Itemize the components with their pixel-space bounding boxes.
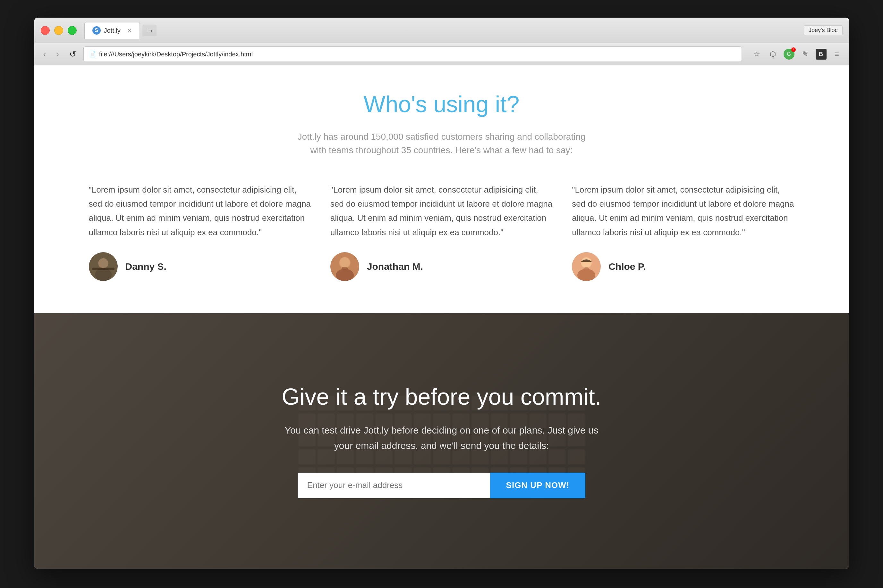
address-bar[interactable]: 📄 file:///Users/joeykirk/Desktop/Project… bbox=[83, 46, 742, 62]
cta-content: Give it a try before you commit. You can… bbox=[217, 384, 666, 498]
svg-point-4 bbox=[98, 258, 108, 268]
active-tab[interactable]: S Jott.ly ✕ bbox=[84, 22, 140, 39]
tab-title: Jott.ly bbox=[104, 27, 120, 34]
svg-point-15 bbox=[584, 267, 589, 269]
email-form: SIGN UP NOW! bbox=[217, 472, 666, 498]
testimonial-item: "Lorem ipsum dolor sit amet, consectetur… bbox=[572, 183, 794, 281]
extensions-icon[interactable]: ⬡ bbox=[767, 49, 778, 60]
author-name: Jonathan M. bbox=[367, 261, 423, 272]
minimize-button[interactable] bbox=[54, 26, 63, 35]
menu-icon[interactable]: ≡ bbox=[832, 49, 842, 60]
blocknote-icon[interactable]: B bbox=[816, 49, 827, 60]
signup-button[interactable]: SIGN UP NOW! bbox=[490, 472, 586, 498]
file-icon: 📄 bbox=[89, 51, 96, 58]
new-tab-button[interactable]: ▭ bbox=[142, 25, 156, 36]
testimonial-author: Chloe P. bbox=[572, 252, 794, 281]
back-button[interactable]: ‹ bbox=[41, 48, 49, 60]
author-name: Chloe P. bbox=[608, 261, 646, 272]
testimonials-section: Who's using it? Jott.ly has around 150,0… bbox=[34, 65, 849, 313]
address-text: file:///Users/joeykirk/Desktop/Projects/… bbox=[99, 51, 253, 58]
svg-point-5 bbox=[101, 268, 106, 270]
maximize-button[interactable] bbox=[68, 26, 77, 35]
testimonials-grid: "Lorem ipsum dolor sit amet, consectetur… bbox=[89, 183, 794, 281]
browser-window: S Jott.ly ✕ ▭ Joey's Bloc ‹ › ↺ 📄 file:/… bbox=[34, 18, 849, 569]
tab-close-button[interactable]: ✕ bbox=[127, 27, 132, 34]
close-button[interactable] bbox=[41, 26, 50, 35]
svg-point-10 bbox=[341, 267, 348, 270]
testimonial-author: Jonathan M. bbox=[330, 252, 553, 281]
browser-titlebar: S Jott.ly ✕ ▭ Joey's Bloc bbox=[34, 18, 849, 43]
tab-bar: S Jott.ly ✕ ▭ bbox=[84, 22, 156, 39]
svg-point-14 bbox=[582, 258, 591, 267]
testimonial-quote: "Lorem ipsum dolor sit amet, consectetur… bbox=[330, 183, 553, 239]
svg-point-9 bbox=[340, 257, 350, 268]
edit-icon[interactable]: ✎ bbox=[800, 49, 811, 60]
avatar bbox=[572, 252, 601, 281]
testimonial-quote: "Lorem ipsum dolor sit amet, consectetur… bbox=[572, 183, 794, 239]
browser-content: Who's using it? Jott.ly has around 150,0… bbox=[34, 65, 849, 569]
badge: ! bbox=[791, 47, 796, 52]
testimonials-title: Who's using it? bbox=[73, 91, 811, 117]
browser-toolbar-right: ☆ ⬡ G ! ✎ B ≡ bbox=[752, 49, 842, 60]
testimonial-author: Danny S. bbox=[89, 252, 311, 281]
avatar bbox=[89, 252, 118, 281]
testimonials-subtitle: Jott.ly has around 150,000 satisfied cus… bbox=[297, 130, 586, 157]
nav-buttons: ‹ › ↺ bbox=[41, 48, 79, 60]
grammarly-icon[interactable]: G ! bbox=[784, 49, 794, 60]
email-input[interactable] bbox=[298, 472, 490, 498]
avatar bbox=[330, 252, 359, 281]
refresh-button[interactable]: ↺ bbox=[67, 48, 79, 60]
traffic-lights bbox=[41, 26, 77, 35]
cta-section: Give it a try before you commit. You can… bbox=[34, 313, 849, 569]
star-icon[interactable]: ☆ bbox=[752, 49, 763, 60]
forward-button[interactable]: › bbox=[54, 48, 62, 60]
new-tab-icon: ▭ bbox=[146, 27, 152, 34]
cta-title: Give it a try before you commit. bbox=[217, 384, 666, 410]
testimonial-item: "Lorem ipsum dolor sit amet, consectetur… bbox=[89, 183, 311, 281]
testimonial-quote: "Lorem ipsum dolor sit amet, consectetur… bbox=[89, 183, 311, 239]
joey-bloc-label: Joey's Bloc bbox=[804, 26, 842, 35]
testimonial-item: "Lorem ipsum dolor sit amet, consectetur… bbox=[330, 183, 553, 281]
cta-subtitle: You can test drive Jott.ly before decidi… bbox=[281, 423, 602, 453]
tab-favicon: S bbox=[92, 26, 101, 34]
author-name: Danny S. bbox=[125, 261, 167, 272]
address-bar-row: ‹ › ↺ 📄 file:///Users/joeykirk/Desktop/P… bbox=[34, 43, 849, 65]
